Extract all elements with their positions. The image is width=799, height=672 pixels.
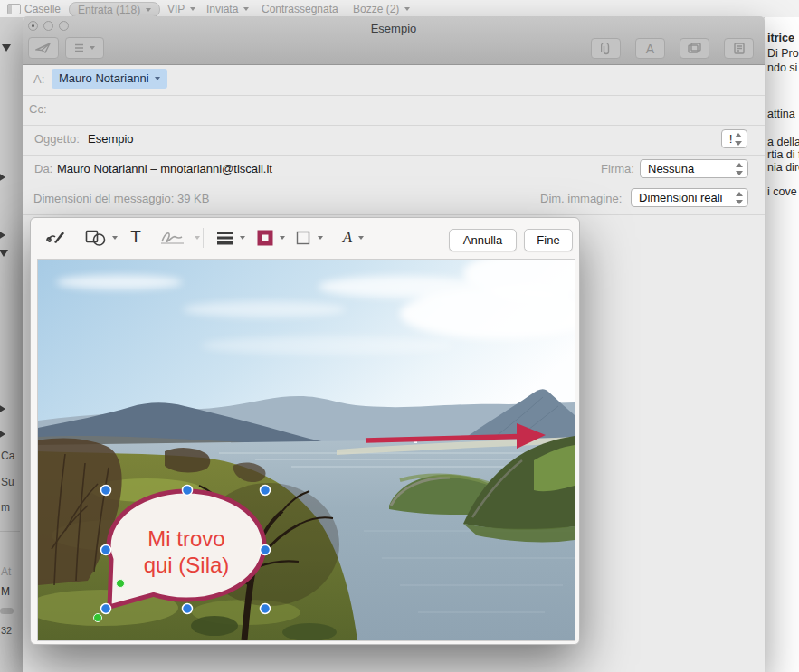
tab-vip[interactable]: VIP xyxy=(167,2,195,15)
border-color-button[interactable] xyxy=(256,229,274,247)
priority-select[interactable]: ! xyxy=(721,129,747,148)
resize-handle[interactable] xyxy=(261,604,271,614)
font-tool-icon: A xyxy=(343,229,352,247)
signature-label: Firma: xyxy=(601,162,634,175)
resize-handle[interactable] xyxy=(101,545,111,555)
text-fragment: Ca xyxy=(1,450,14,462)
divider xyxy=(0,531,20,532)
disclosure-triangle-icon xyxy=(0,404,5,413)
favorites-bar: Caselle Entrata (118) VIP Inviata Contra… xyxy=(0,0,799,18)
tab-inviata[interactable]: Inviata xyxy=(206,2,249,15)
fonts-button[interactable]: A xyxy=(635,38,665,59)
cancel-button[interactable]: Annulla xyxy=(449,229,517,251)
subject-row[interactable]: Oggetto: Esempio ! xyxy=(23,125,765,156)
text-tool-icon: T xyxy=(130,227,141,247)
chevron-down-icon xyxy=(404,7,410,11)
chevron-down-icon xyxy=(155,77,160,80)
stepper-icon xyxy=(736,192,743,204)
image-size-label: Dim. immagine: xyxy=(540,192,622,205)
window-title: Esempio xyxy=(23,22,765,35)
text-fragment: m xyxy=(1,501,10,514)
to-row: A: Mauro Notarianni xyxy=(23,65,765,96)
text-fragment: 32 xyxy=(1,625,12,636)
caselle-label: Caselle xyxy=(24,3,61,15)
tab-bozze[interactable]: Bozze (2) xyxy=(353,2,410,15)
image-size-select[interactable]: Dimensioni reali xyxy=(631,188,748,207)
cc-label: Cc: xyxy=(29,102,47,116)
line-style-button[interactable] xyxy=(215,229,235,247)
resize-handle[interactable] xyxy=(101,604,111,614)
tail-handle[interactable] xyxy=(117,580,125,588)
chevron-down-icon[interactable] xyxy=(195,236,200,240)
cc-row[interactable]: Cc: xyxy=(23,95,765,126)
markup-panel: T A xyxy=(30,217,580,645)
text-tool-button[interactable]: T xyxy=(128,226,144,248)
bubble-text-line1: Mi trovo xyxy=(147,526,224,551)
text-fragment: Di Pro xyxy=(767,47,799,60)
progress-pill xyxy=(0,608,14,614)
from-label: Da: xyxy=(34,162,52,175)
landscape-image: Mi trovo qui (Sila) xyxy=(38,260,575,640)
signature-icon xyxy=(160,230,191,246)
stationery-button[interactable] xyxy=(724,38,754,59)
signature-select[interactable]: Nessuna xyxy=(640,159,748,178)
sketch-tool-button[interactable] xyxy=(44,227,68,249)
disclosure-triangle-icon xyxy=(0,173,5,182)
chevron-down-icon[interactable] xyxy=(318,236,323,240)
text-fragment: attina xyxy=(767,108,795,120)
shapes-icon xyxy=(85,230,107,247)
format-button[interactable] xyxy=(65,37,104,59)
font-a-icon: A xyxy=(646,42,654,56)
fill-color-swatch-icon xyxy=(295,230,311,246)
text-fragment: a della xyxy=(767,136,799,148)
border-color-swatch-icon xyxy=(257,230,273,246)
chevron-down-icon[interactable] xyxy=(358,236,364,240)
paperclip-icon xyxy=(601,43,612,55)
resize-handle[interactable] xyxy=(101,486,111,496)
toolbar-separator xyxy=(203,228,204,248)
font-style-button[interactable]: A xyxy=(339,227,356,249)
text-fragment: rtia di f xyxy=(767,148,799,161)
from-row: Da: Mauro Notarianni – mnotarianni@tisca… xyxy=(23,155,765,185)
tab-entrata[interactable]: Entrata (118) xyxy=(69,2,160,17)
fill-color-button[interactable] xyxy=(294,229,312,247)
text-fragment: i cove xyxy=(767,185,797,198)
resize-handle[interactable] xyxy=(183,486,193,496)
signature-tool-button[interactable] xyxy=(160,229,191,247)
paper-plane-icon xyxy=(35,43,52,54)
from-value: Mauro Notarianni – mnotarianni@tiscali.i… xyxy=(57,162,272,175)
chevron-down-icon xyxy=(146,8,151,12)
background-mail-left: Ca Su m At M 32 xyxy=(0,17,23,672)
photo-canvas[interactable]: Mi trovo qui (Sila) xyxy=(37,259,575,641)
text-fragment: At xyxy=(1,565,11,578)
chevron-down-icon[interactable] xyxy=(240,236,245,240)
to-label: A: xyxy=(33,72,44,86)
resize-handle[interactable] xyxy=(183,604,193,614)
tail-handle[interactable] xyxy=(94,614,102,622)
disclosure-triangle-icon xyxy=(0,430,5,439)
size-row: Dimensioni del messaggio: 39 KB Dim. imm… xyxy=(23,185,765,215)
chevron-down-icon[interactable] xyxy=(112,236,118,240)
stationery-icon xyxy=(734,43,745,54)
attach-button[interactable] xyxy=(591,38,621,59)
photo-browser-button[interactable] xyxy=(680,38,709,59)
done-button[interactable]: Fine xyxy=(524,229,573,251)
list-icon xyxy=(74,43,88,52)
subject-value: Esempio xyxy=(88,132,134,146)
sidebar-icon xyxy=(7,4,21,14)
shapes-tool-button[interactable] xyxy=(85,228,107,248)
line-thickness-icon xyxy=(216,231,234,245)
tab-contrassegnata[interactable]: Contrassegnata xyxy=(262,2,338,15)
caselle-button[interactable]: Caselle xyxy=(7,2,61,15)
photos-icon xyxy=(688,43,701,54)
sketch-pen-icon xyxy=(45,229,67,247)
resize-handle[interactable] xyxy=(261,545,271,555)
disclosure-triangle-icon xyxy=(0,250,8,257)
resize-handle[interactable] xyxy=(261,486,271,496)
recipient-token[interactable]: Mauro Notarianni xyxy=(52,69,167,89)
chevron-down-icon xyxy=(243,7,249,11)
send-button[interactable] xyxy=(28,37,59,59)
chevron-down-icon[interactable] xyxy=(280,236,285,240)
stepper-icon xyxy=(735,133,742,146)
message-size-label: Dimensioni del messaggio: 39 KB xyxy=(33,192,209,205)
